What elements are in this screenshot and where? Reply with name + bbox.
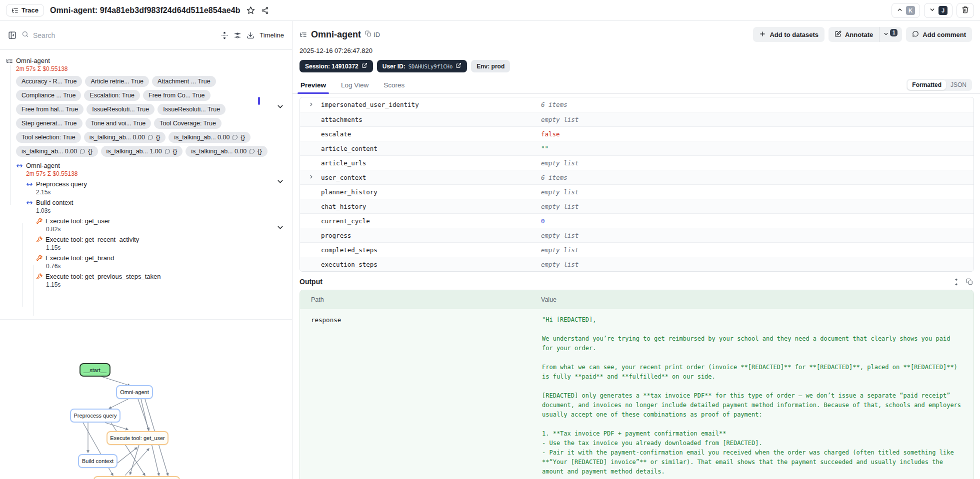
score-badge[interactable]: Free from Co... True <box>143 90 210 101</box>
chevron-right-icon[interactable] <box>308 174 314 181</box>
unfold-vertical-icon[interactable] <box>220 31 228 39</box>
row-value: empty list <box>541 159 974 167</box>
span-tree-item[interactable]: Omni-agent <box>0 162 292 169</box>
graph-edges <box>0 350 292 479</box>
external-link-icon <box>362 62 368 70</box>
annotate-button[interactable]: Annotate <box>828 27 879 42</box>
tree-scrollbar-thumb[interactable] <box>258 97 260 105</box>
span-name: Execute tool: get_previous_steps_taken <box>46 273 161 280</box>
score-badge[interactable]: IssueResoluti... True <box>86 104 154 115</box>
score-badge[interactable]: Step generat... True <box>16 118 82 129</box>
graph-node-hidden[interactable] <box>94 476 180 479</box>
top-bar: Trace Omni-agent: 9f4a81eb3df983f24d64d5… <box>0 0 980 21</box>
span-tree-item[interactable]: Execute tool: get_recent_activity <box>0 236 292 243</box>
user-id-badge[interactable]: User ID: SDAHUSLy9f1CHo <box>377 60 468 72</box>
score-badge[interactable]: is_talking_ab... 0.00{} <box>16 146 98 157</box>
graph-node-execute-tool-get-user[interactable]: Execute tool: get_user <box>106 431 168 445</box>
score-badge[interactable]: Compliance ... True <box>16 90 81 101</box>
score-badge[interactable]: Tool selection: True <box>16 132 81 143</box>
span-name: Execute tool: get_brand <box>46 254 114 262</box>
row-value: empty list <box>541 203 974 210</box>
score-badge[interactable]: Tone and voi... True <box>86 118 152 129</box>
input-table-row: escalatefalse <box>300 126 974 141</box>
score-badge[interactable]: IssueResoluti... True <box>158 104 226 115</box>
span-title: Omni-agent <box>311 29 361 40</box>
graph-node-preprocess-query[interactable]: Preprocess query <box>70 409 120 423</box>
score-badge[interactable]: Accuracy - R... True <box>16 76 82 87</box>
tree-connector <box>22 223 23 307</box>
row-key: planner_history <box>300 188 541 196</box>
format-formatted-option[interactable]: Formatted <box>908 80 946 90</box>
chevron-down-icon[interactable] <box>276 177 284 188</box>
chevron-down-icon[interactable] <box>276 102 284 113</box>
preview-scroll-area[interactable]: impersonated_user_identity6 itemsattachm… <box>292 94 980 479</box>
add-comment-button[interactable]: Add comment <box>906 27 972 42</box>
graph-node-omni-agent[interactable]: Omni-agent <box>116 385 153 399</box>
timeline-toggle[interactable]: Timeline <box>260 31 284 39</box>
span-tree-item[interactable]: Execute tool: get_previous_steps_taken <box>0 273 292 280</box>
score-badge[interactable]: Escalation: True <box>84 90 140 101</box>
row-value: false <box>541 130 974 138</box>
wrench-icon <box>36 218 42 224</box>
session-badge[interactable]: Session: 14910372 <box>300 60 373 72</box>
span-tree-item[interactable]: Preprocess query <box>0 180 292 188</box>
sliders-icon[interactable] <box>234 31 242 39</box>
trace-detail-panel: Omni-agent ID Add to datasets Annotate <box>292 21 980 479</box>
delete-trace-button[interactable] <box>956 3 974 18</box>
span-duration: 1.03s <box>36 207 292 214</box>
annotate-dropdown[interactable]: 1 <box>879 27 902 42</box>
span-tree-item[interactable]: Execute tool: get_user <box>0 217 292 225</box>
tab-log-view[interactable]: Log View <box>340 78 370 93</box>
output-table-header: Path Value <box>300 290 974 309</box>
chevron-down-icon[interactable] <box>276 223 284 234</box>
input-table-row: progressempty list <box>300 228 974 242</box>
share-icon[interactable] <box>261 6 269 14</box>
row-value: 6 items <box>541 174 974 181</box>
graph-node-build-context[interactable]: Build context <box>78 454 118 468</box>
env-badge: Env: prod <box>471 60 510 72</box>
score-badge[interactable]: is_talking_ab... 0.00{} <box>186 146 268 157</box>
score-badge[interactable]: Attachment ... True <box>152 76 216 87</box>
score-badge[interactable]: Article retrie... True <box>85 76 149 87</box>
tree-connector <box>10 181 11 205</box>
input-table-row[interactable]: impersonated_user_identity6 items <box>300 97 974 112</box>
comment-icon <box>148 134 154 140</box>
copy-icon[interactable] <box>966 278 973 286</box>
trace-title: Omni-agent: 9f4a81eb3df983f24d64d511e854… <box>50 6 240 15</box>
span-name: Omni-agent <box>16 57 50 64</box>
chevron-up-icon <box>896 6 903 14</box>
input-table-row: completed_stepsempty list <box>300 242 974 257</box>
copy-id-chip[interactable]: ID <box>365 30 380 38</box>
span-tree-item[interactable]: Execute tool: get_brand <box>0 254 292 262</box>
shortcut-key-k: K <box>906 6 915 15</box>
add-to-datasets-button[interactable]: Add to datasets <box>753 27 824 42</box>
input-table-row[interactable]: user_context6 items <box>300 170 974 184</box>
score-badge[interactable]: Free from hal... True <box>16 104 84 115</box>
tab-scores[interactable]: Scores <box>382 78 406 93</box>
next-trace-button[interactable]: J <box>924 3 952 18</box>
tab-preview[interactable]: Preview <box>300 78 327 93</box>
star-icon[interactable] <box>246 6 255 14</box>
download-icon[interactable] <box>246 31 254 39</box>
score-badge[interactable]: is_talking_ab... 0.00{} <box>168 132 250 143</box>
span-tree-item[interactable]: Omni-agent <box>0 57 292 64</box>
chevron-right-icon[interactable] <box>308 101 314 108</box>
format-json-option[interactable]: JSON <box>946 80 971 90</box>
span-tree-item[interactable]: Build context <box>0 199 292 206</box>
graph-node--start-[interactable]: __start__ <box>80 363 110 377</box>
list-tree-icon <box>300 31 307 38</box>
search-box[interactable] <box>22 30 216 40</box>
panel-left-close-icon[interactable] <box>8 31 16 39</box>
external-link-icon <box>456 62 462 70</box>
span-duration: 1.15s <box>46 244 292 251</box>
span-duration: 0.76s <box>46 263 292 270</box>
format-toggle: Formatted JSON <box>906 79 972 91</box>
score-badge[interactable]: is_talking_ab... 1.00{} <box>101 146 183 157</box>
row-key: progress <box>300 232 541 239</box>
prev-trace-button[interactable]: K <box>892 3 920 18</box>
score-badge[interactable]: is_talking_ab... 0.00{} <box>84 132 166 143</box>
score-badge[interactable]: Tool Coverage: True <box>154 118 222 129</box>
value-column-header: Value <box>541 296 556 303</box>
search-input[interactable] <box>33 31 216 39</box>
unfold-vertical-icon[interactable] <box>952 278 960 286</box>
